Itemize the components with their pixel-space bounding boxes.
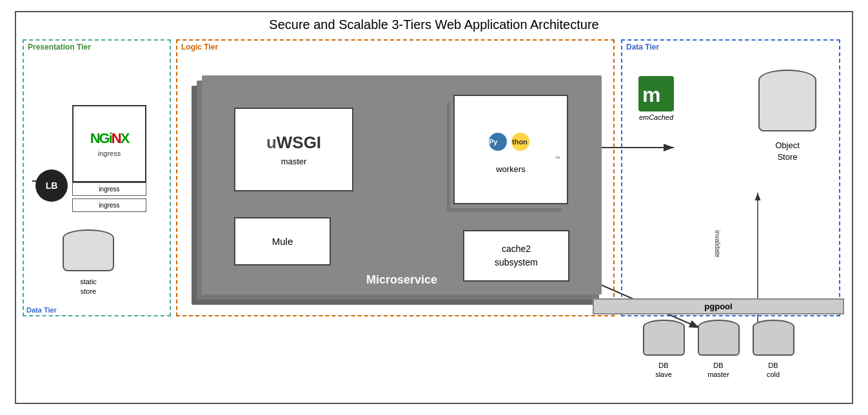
svg-text:Py: Py (489, 138, 498, 146)
lb-circle: LB (35, 169, 68, 202)
db-master-item: DBmaster (698, 320, 740, 380)
presentation-tier-label: Presentation Tier (24, 41, 170, 53)
db-row: DBslave DBmaster DBcol (593, 320, 844, 380)
emcached-area: m emCached (638, 76, 674, 121)
invalidate-label: invalidate (713, 230, 720, 257)
pgpool-box: pgpool (593, 298, 844, 314)
db-slave-item: DBslave (643, 320, 685, 380)
nginx-box: NGiNX ingress (72, 105, 146, 182)
static-store-area: staticstore (63, 229, 114, 296)
object-store-label: ObjectStore (775, 140, 800, 163)
static-cyl-body (63, 238, 114, 271)
main-title: Secure and Scalable 3-Tiers Web Applicat… (16, 12, 852, 35)
logic-tier-label: Logic Tier (177, 41, 613, 53)
cache2-label-line1: cache2 (502, 242, 531, 256)
data-tier-top: Data Tier m emCached ObjectStore invalid… (621, 39, 840, 316)
data-tier-bottom-label: Data Tier (26, 306, 57, 314)
static-store-label: staticstore (63, 277, 114, 296)
db-cold-cyl-body (753, 327, 794, 356)
db-slave-cylinder (643, 320, 685, 358)
emcached-icon: m (638, 76, 674, 111)
obj-cyl-body (758, 80, 816, 131)
emcached-label: emCached (639, 113, 673, 121)
nginx-ingress-label: ingress (98, 150, 121, 157)
main-container: Secure and Scalable 3-Tiers Web Applicat… (15, 11, 853, 404)
python-stack: Py thon ™ workers (447, 95, 566, 224)
python-box: Py thon ™ workers (453, 95, 568, 204)
cache2-label-line2: subsystem (495, 256, 538, 269)
python-logo-svg: Py thon (485, 126, 537, 158)
ingress-stack: ingress ingress (72, 182, 146, 207)
pgpool-section: pgpool DBslave DBmaster (593, 298, 844, 395)
svg-text:m: m (642, 83, 660, 106)
cache2-box: cache2 subsystem (463, 230, 569, 282)
nginx-logo: NGiNX (90, 130, 129, 147)
logic-tier: Logic Tier Microservice uWSGI master Mul… (176, 39, 615, 316)
ingress-box-2: ingress (72, 198, 146, 212)
db-master-cyl-body (698, 327, 740, 356)
ms-layer-main: Microservice uWSGI master Mule (202, 75, 602, 294)
static-store-cylinder (63, 229, 114, 275)
db-cold-cylinder (753, 320, 794, 358)
mule-label: Mule (272, 236, 293, 247)
db-cold-label: DBcold (767, 361, 780, 380)
svg-text:thon: thon (512, 138, 528, 146)
db-cold-item: DBcold (753, 320, 794, 380)
uwsgi-box: uWSGI master (234, 108, 353, 191)
db-master-cylinder (698, 320, 740, 358)
db-master-label: DBmaster (707, 361, 729, 380)
python-workers-label: workers (496, 164, 526, 174)
object-store-cylinder (758, 70, 816, 137)
mule-box: Mule (234, 217, 331, 265)
presentation-tier: Presentation Tier NGiNX ingress ingress … (23, 39, 171, 316)
db-slave-label: DBslave (655, 361, 672, 380)
data-tier-top-label: Data Tier (622, 41, 839, 53)
uwsgi-logo: uWSGI (266, 133, 321, 153)
uwsgi-master-label: master (281, 157, 307, 166)
object-store-area: ObjectStore (758, 70, 816, 163)
ingress-box-1: ingress (72, 182, 146, 196)
db-slave-cyl-body (643, 327, 685, 356)
python-tm: ™ (555, 155, 560, 162)
